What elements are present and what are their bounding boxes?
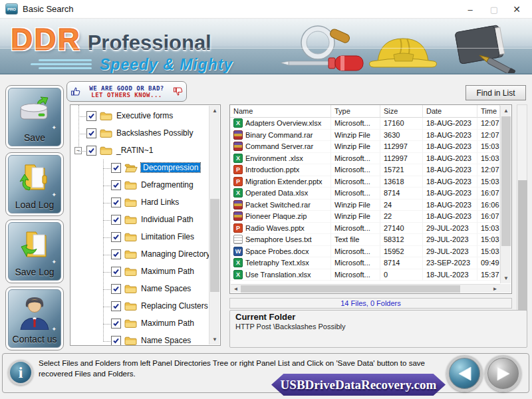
excel-file-icon: X bbox=[233, 270, 243, 279]
tree-checkbox[interactable] bbox=[111, 284, 121, 294]
tree-checkbox[interactable] bbox=[111, 336, 121, 345]
tree-connector bbox=[103, 324, 110, 325]
tree-checkbox[interactable] bbox=[111, 249, 121, 259]
speed-line bbox=[39, 59, 92, 61]
file-row-command-server-rar[interactable]: Command Server.rarWinzip File11299718-AU… bbox=[230, 141, 500, 153]
file-row-semaphore-uses-txt[interactable]: Semaphore Uses.txtText file5831229-JUL-2… bbox=[230, 234, 500, 246]
current-folder-box: Current Folder HTTP Post \Backslashes Po… bbox=[229, 310, 527, 348]
forward-button[interactable] bbox=[485, 355, 521, 392]
tree-checkbox[interactable] bbox=[111, 215, 121, 225]
excel-file-icon: X bbox=[233, 258, 243, 267]
column-header-date[interactable]: Date bbox=[423, 105, 477, 118]
scroll-up-icon[interactable]: ▲ bbox=[209, 106, 220, 116]
minimize-icon[interactable]: – bbox=[459, 0, 481, 19]
tree-checkbox[interactable] bbox=[86, 128, 96, 138]
tree-checkbox[interactable] bbox=[111, 267, 121, 277]
website-banner[interactable]: USBDriveDataRecovery.com bbox=[271, 374, 446, 396]
scroll-right-icon[interactable]: ► bbox=[490, 285, 500, 293]
tree-connector bbox=[103, 255, 110, 255]
tree-item-limitation-files[interactable]: Limitation Files bbox=[70, 229, 209, 246]
file-row-binary-command-rar[interactable]: Binary Command.rarWinzip File363018-AUG-… bbox=[230, 130, 500, 142]
file-type: Winzip File bbox=[331, 211, 380, 223]
tree-item-label: Managing Directory bbox=[141, 249, 209, 259]
save-log-button[interactable]: Save Log bbox=[5, 219, 64, 283]
tree-item-individual-path[interactable]: Individual Path bbox=[70, 211, 209, 229]
file-time: 15:03 bbox=[477, 223, 500, 235]
list-scrollbar-thumb[interactable] bbox=[501, 116, 511, 246]
file-size: 17160 bbox=[380, 118, 423, 130]
scroll-down-icon[interactable]: ▼ bbox=[209, 334, 220, 344]
file-row-pioneer-plaque-zip[interactable]: Pioneer Plaque.zipWinzip File2218-AUG-20… bbox=[230, 211, 500, 223]
file-date: 18-AUG-2023 bbox=[423, 130, 477, 142]
tree-item-managing-directory[interactable]: Managing Directory bbox=[70, 246, 209, 263]
tree-scrollbar[interactable]: ▲ ▼ bbox=[209, 106, 219, 344]
tree-item-decompression[interactable]: Decompression bbox=[70, 160, 209, 177]
file-row-use-translation-xlsx[interactable]: XUse Translation.xlsxMicrosoft...018-JUL… bbox=[230, 269, 500, 281]
info-icon: i bbox=[8, 360, 33, 385]
folder-icon bbox=[124, 249, 137, 262]
rar-file-icon bbox=[233, 130, 243, 140]
save-button[interactable]: Save bbox=[5, 85, 64, 149]
folder-open-icon bbox=[124, 163, 138, 176]
column-header-size[interactable]: Size bbox=[380, 105, 423, 118]
magnifier-icon bbox=[301, 26, 350, 59]
tree-checkbox[interactable] bbox=[111, 301, 121, 311]
close-icon[interactable]: ✕ bbox=[505, 0, 528, 19]
tree-connector bbox=[78, 116, 86, 117]
tree-item-backslashes-possibly[interactable]: Backslashes Possibly bbox=[70, 125, 209, 142]
tree-item-hard-links[interactable]: Hard Links bbox=[70, 194, 209, 211]
file-name: Teletraphy Text.xlsx bbox=[245, 259, 309, 267]
feedback-badge[interactable]: WE ARE GOOD OR BAD? LET OTHERS KNOW... bbox=[66, 81, 187, 102]
back-button[interactable] bbox=[446, 355, 483, 392]
tree-item-replacing-clusters[interactable]: Replacing Clusters bbox=[70, 298, 209, 315]
column-header-time[interactable]: Time bbox=[477, 105, 500, 118]
file-row-packet-switched-rar[interactable]: Packet Switched.rarWinzip File2418-AUG-2… bbox=[230, 200, 500, 211]
tree-item-name-spaces[interactable]: Name Spaces bbox=[70, 281, 209, 298]
scroll-down-icon[interactable]: ▼ bbox=[501, 273, 511, 283]
scroll-up-icon[interactable]: ▲ bbox=[501, 106, 511, 116]
list-scrollbar-horizontal[interactable]: ◄ ► bbox=[231, 284, 500, 293]
tree-checkbox[interactable] bbox=[86, 111, 96, 121]
tree-connector bbox=[103, 272, 110, 273]
tree-item-executive-forms[interactable]: Executive forms bbox=[70, 108, 209, 125]
folder-icon bbox=[100, 146, 112, 158]
file-type: Winzip File bbox=[331, 141, 380, 153]
find-in-list-button[interactable]: Find in List bbox=[466, 85, 526, 100]
contact-us-button[interactable]: Contact us bbox=[5, 287, 64, 350]
tree-checkbox[interactable] bbox=[111, 232, 121, 242]
header-banner: DDRProfessional Speedy & Mighty bbox=[0, 19, 532, 74]
tree-checkbox[interactable] bbox=[111, 180, 121, 190]
file-row-radio-waves-pptx[interactable]: PRadio Waves.pptxMicrosoft...2714029-JUL… bbox=[230, 223, 500, 235]
column-header-name[interactable]: Name bbox=[230, 105, 331, 118]
tree-checkbox[interactable] bbox=[111, 198, 121, 207]
file-row-environment-xlsx[interactable]: XEnvironment .xlsxMicrosoft...11299718-A… bbox=[230, 153, 500, 165]
tree-checkbox[interactable] bbox=[111, 163, 121, 173]
tree-scrollbar-thumb[interactable] bbox=[210, 199, 219, 292]
tree-item-ratin-1[interactable]: −_RATIN~1 bbox=[70, 142, 209, 160]
file-row-teletraphy-text-xlsx[interactable]: XTeletraphy Text.xlsxMicrosoft...871423-… bbox=[230, 257, 500, 269]
column-header-type[interactable]: Type bbox=[331, 105, 380, 118]
file-row-introduction-pptx[interactable]: PIntroduction.pptxMicrosoft...1572118-AU… bbox=[230, 164, 500, 176]
list-scrollbar-vertical[interactable]: ▲ ▼ bbox=[500, 106, 511, 283]
current-folder-path: HTTP Post \Backslashes Possibly bbox=[235, 323, 521, 331]
file-date: 29-JUL-2023 bbox=[423, 234, 477, 246]
tree-item-label: Name Spaces bbox=[141, 336, 191, 345]
file-row-space-probes-docx[interactable]: WSpace Probes.docxMicrosoft...1595229-JU… bbox=[230, 246, 500, 258]
tree-item-maximum-path[interactable]: Maximum Path bbox=[70, 315, 209, 332]
tree-checkbox[interactable] bbox=[111, 319, 121, 329]
file-time: 12:07 bbox=[477, 118, 500, 130]
tree-item-name-spaces[interactable]: Name Spaces bbox=[70, 332, 209, 345]
list-hscrollbar-thumb[interactable] bbox=[241, 285, 460, 293]
file-name: Adapters Overview.xlsx bbox=[245, 119, 321, 127]
tree-item-defragmenting[interactable]: Defragmenting bbox=[70, 177, 209, 194]
tree-checkbox[interactable] bbox=[86, 146, 96, 156]
file-size: 24 bbox=[380, 200, 423, 211]
file-date: 23-SEP-2023 bbox=[423, 257, 477, 269]
tree-item-maximum-path[interactable]: Maximum Path bbox=[70, 263, 209, 281]
scroll-left-icon[interactable]: ◄ bbox=[231, 285, 241, 293]
load-log-button[interactable]: Load Log bbox=[5, 152, 64, 216]
file-row-operated-data-xlsx[interactable]: XOperated Data.xlsxMicrosoft...871418-AU… bbox=[230, 188, 500, 200]
save-log-button-label: Save Log bbox=[15, 267, 54, 280]
file-row-adapters-overview-xlsx[interactable]: XAdapters Overview.xlsxMicrosoft...17160… bbox=[230, 118, 500, 130]
file-row-migration-extender-pptx[interactable]: PMigration Extender.pptxMicrosoft...1361… bbox=[230, 176, 500, 188]
